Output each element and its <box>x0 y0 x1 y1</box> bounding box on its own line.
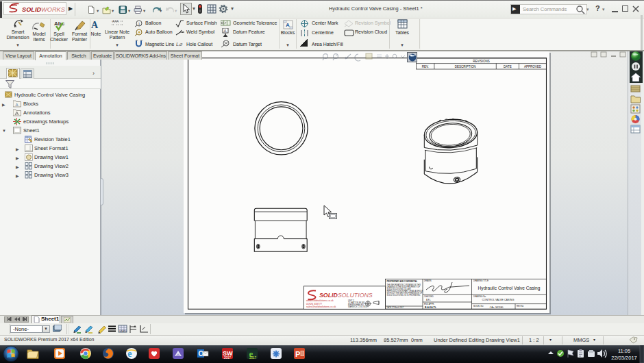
svg-text:REV No:: REV No: <box>517 305 524 308</box>
svg-text:22/03/2017: 22/03/2017 <box>611 355 637 361</box>
svg-text:2017: 2017 <box>249 356 257 360</box>
svg-text:DESCRIPTION: DESCRIPTION <box>455 65 476 68</box>
svg-text:ENG APPR.: ENG APPR. <box>424 303 434 305</box>
svg-text:▾: ▾ <box>112 8 114 13</box>
svg-text:DATE 27 March 2017: DATE 27 March 2017 <box>387 306 404 309</box>
svg-text:A: A <box>16 103 18 107</box>
svg-text:PROPRIETARY AND CONFIDENTIAL: PROPRIETARY AND CONFIDENTIAL <box>387 280 418 283</box>
svg-text:Abc: Abc <box>54 21 65 27</box>
svg-text:CAs- MODEL: CAs- MODEL <box>490 306 504 309</box>
svg-text:DRAWING No:: DRAWING No: <box>473 295 486 298</box>
svg-text:APPROVED: APPROVED <box>524 65 542 68</box>
svg-text:CONTROL VALVE CASING: CONTROL VALVE CASING <box>482 299 515 301</box>
svg-text:MODEL No:: MODEL No: <box>473 305 484 308</box>
svg-text:sales@solidsolutions.co.uk: sales@solidsolutions.co.uk <box>306 305 336 308</box>
svg-text:P: P <box>295 350 300 358</box>
svg-text:REV.: REV. <box>422 65 429 68</box>
svg-text:REVISIONS: REVISIONS <box>473 60 490 63</box>
svg-text:SOLIDSOLUTIONS: SOLIDSOLUTIONS <box>319 292 373 299</box>
svg-text:▾: ▾ <box>160 8 162 13</box>
svg-text:DRAWN: DRAWN <box>424 279 431 282</box>
svg-text:DATE: DATE <box>504 65 512 68</box>
svg-text:A: A <box>286 22 290 28</box>
svg-text:AAA: AAA <box>112 20 119 23</box>
svg-text:1: 1 <box>138 22 140 26</box>
svg-text:▾: ▾ <box>143 8 146 13</box>
svg-text:Hydraulic Control Valve Casing: Hydraulic Control Valve Casing <box>478 286 541 291</box>
svg-text:STATS: STATS <box>119 329 127 332</box>
svg-text:A.E.L: A.E.L <box>426 299 431 301</box>
svg-text:11:05: 11:05 <box>618 348 630 354</box>
svg-text:▾: ▾ <box>175 8 177 13</box>
svg-text:▾: ▾ <box>128 8 131 13</box>
svg-text:B.A.KA.TL: B.A.KA.TL <box>425 306 436 309</box>
svg-text:SOLID SOLUTIONS LTD IS PROHIBI: SOLID SOLUTIONS LTD IS PROHIBITED. <box>387 294 421 297</box>
svg-text:CHECKED: CHECKED <box>424 295 434 298</box>
svg-text:2017: 2017 <box>224 356 232 360</box>
svg-text:DRAWING TITLE:: DRAWING TITLE: <box>473 279 489 282</box>
svg-text:A: A <box>224 29 227 33</box>
svg-text:▾: ▾ <box>97 8 99 13</box>
svg-text:WARWICK CV35 8XB: WARWICK CV35 8XB <box>348 305 367 308</box>
svg-text:SOLIDWORKS: SOLIDWORKS <box>22 6 66 13</box>
svg-text:L⌀: L⌀ <box>176 41 183 47</box>
